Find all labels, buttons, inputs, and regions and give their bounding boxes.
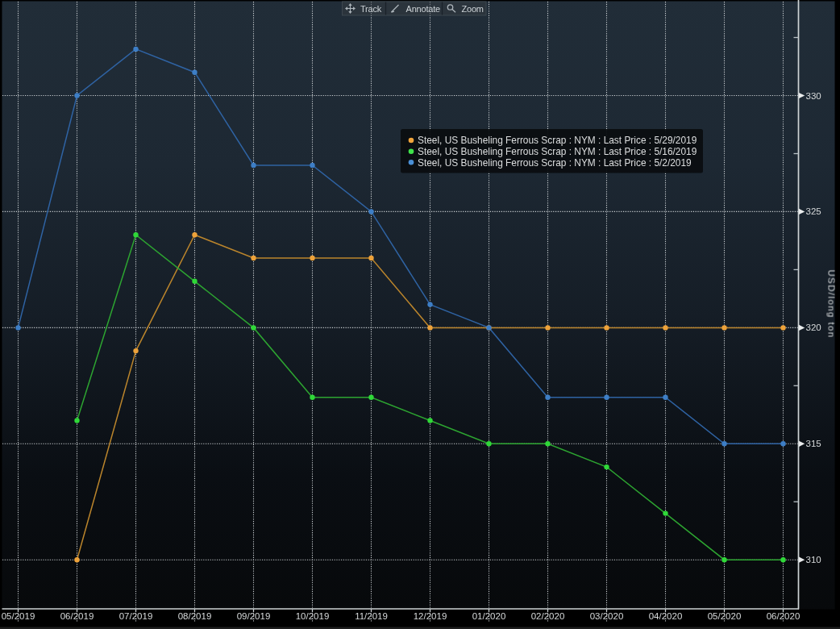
- svg-text:08/2019: 08/2019: [178, 611, 212, 621]
- svg-text:11/2019: 11/2019: [355, 611, 388, 621]
- svg-text:06/2019: 06/2019: [60, 611, 94, 621]
- svg-text:Annotate: Annotate: [406, 4, 441, 14]
- svg-text:Steel, US Busheling Ferrous Sc: Steel, US Busheling Ferrous Scrap : NYM …: [418, 135, 697, 146]
- svg-text:09/2019: 09/2019: [237, 611, 271, 621]
- svg-text:06/2020: 06/2020: [767, 611, 800, 621]
- svg-text:05/2019: 05/2019: [2, 611, 35, 621]
- svg-text:310: 310: [806, 555, 821, 564]
- svg-text:10/2019: 10/2019: [296, 611, 330, 621]
- svg-text:Steel, US Busheling Ferrous Sc: Steel, US Busheling Ferrous Scrap : NYM …: [418, 157, 692, 169]
- svg-text:325: 325: [806, 206, 821, 216]
- svg-text:Steel, US Busheling Ferrous Sc: Steel, US Busheling Ferrous Scrap : NYM …: [418, 146, 697, 157]
- svg-text:USD/long ton: USD/long ton: [827, 269, 837, 338]
- svg-text:12/2019: 12/2019: [414, 611, 447, 621]
- svg-text:04/2020: 04/2020: [649, 611, 683, 621]
- svg-text:01/2020: 01/2020: [472, 611, 506, 621]
- svg-text:Track: Track: [360, 4, 382, 14]
- svg-text:02/2020: 02/2020: [531, 611, 565, 621]
- svg-text:330: 330: [806, 91, 821, 101]
- svg-text:05/2020: 05/2020: [708, 611, 742, 621]
- svg-text:315: 315: [806, 439, 821, 448]
- svg-text:07/2019: 07/2019: [119, 611, 153, 621]
- svg-text:Zoom: Zoom: [462, 4, 484, 14]
- svg-text:320: 320: [806, 323, 821, 332]
- svg-text:03/2020: 03/2020: [590, 611, 624, 621]
